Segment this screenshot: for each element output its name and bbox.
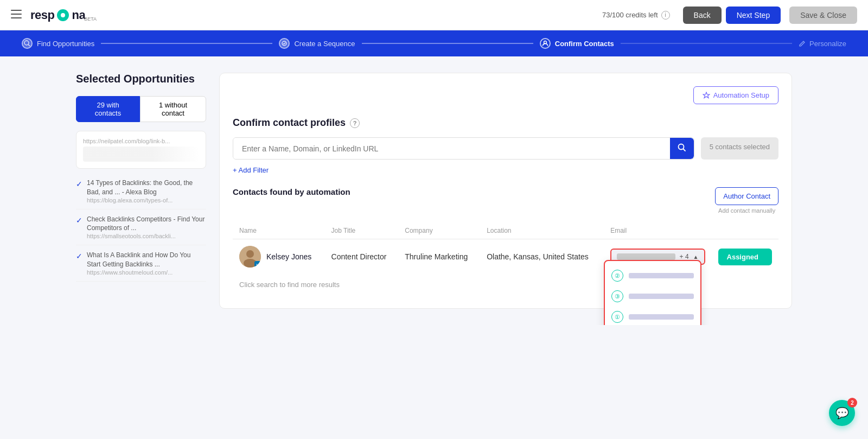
- email-chevron-icon: ▲: [693, 254, 699, 260]
- progress-line-1: [101, 43, 272, 44]
- add-contact-manually-label: Add contact manually: [715, 207, 778, 214]
- add-filter-button[interactable]: + Add Filter: [233, 166, 778, 174]
- next-step-button[interactable]: Next Step: [726, 7, 781, 24]
- sequence-step-label: Create a Sequence: [294, 40, 355, 48]
- right-panel: Automation Setup Confirm contact profile…: [219, 73, 792, 309]
- back-button[interactable]: Back: [683, 7, 722, 24]
- confirm-title-row: Confirm contact profiles ?: [233, 117, 778, 129]
- progress-line-2: [362, 43, 533, 44]
- email-num-3: ①: [611, 311, 623, 323]
- col-email: Email: [604, 222, 711, 239]
- automation-setup-button[interactable]: Automation Setup: [693, 86, 778, 104]
- opp-4-title: What Is A Backlink and How Do You Start …: [87, 251, 206, 269]
- contacts-selected-badge: 5 contacts selected: [701, 137, 778, 160]
- automation-setup-label: Automation Setup: [713, 91, 769, 99]
- contacts-step-icon: [540, 38, 551, 49]
- contacts-section-header: Contacts found by automation Author Cont…: [233, 187, 778, 214]
- tab-without-contact[interactable]: 1 without contact: [140, 96, 206, 122]
- col-action: [712, 222, 778, 239]
- save-close-button[interactable]: Save & Close: [789, 7, 857, 24]
- search-input-group: [233, 137, 694, 160]
- svg-line-8: [683, 149, 685, 151]
- email-dropdown-item-1[interactable]: ②: [605, 265, 700, 286]
- opp-check-3: ✓: [76, 216, 82, 225]
- progress-step-find: Find Opportunities: [22, 38, 94, 49]
- author-contact-button[interactable]: Author Contact: [715, 187, 778, 205]
- credits-info-icon[interactable]: i: [661, 11, 670, 20]
- email-blur: [617, 253, 675, 260]
- progress-line-3: [621, 43, 792, 44]
- opp-card-url: https://neilpatel.com/blog/link-b...: [83, 138, 199, 144]
- svg-rect-2: [11, 17, 22, 18]
- email-item-blur-3: [629, 314, 694, 320]
- contact-company-cell: Thruline Marketing: [398, 239, 480, 275]
- tab-with-contacts[interactable]: 29 with contacts: [76, 96, 140, 122]
- tab-group: 29 with contacts 1 without contact: [76, 96, 206, 122]
- opp-item-2-text: 14 Types of Backlinks: the Good, the Bad…: [87, 179, 206, 203]
- contact-name-cell: in Kelsey Jones: [233, 239, 325, 275]
- contacts-step-label: Confirm Contacts: [555, 40, 614, 48]
- credits-info: 73/100 credits left i: [602, 11, 670, 20]
- progress-step-contacts: Confirm Contacts: [540, 38, 614, 49]
- menu-icon[interactable]: [11, 10, 22, 20]
- opp-card-blurred: https://neilpatel.com/blog/link-b...: [76, 131, 206, 169]
- linkedin-badge: in: [254, 261, 261, 268]
- col-name: Name: [233, 222, 325, 239]
- help-icon[interactable]: ?: [350, 118, 360, 128]
- col-job: Job Title: [325, 222, 399, 239]
- email-count: + 4: [680, 253, 689, 260]
- col-company: Company: [398, 222, 480, 239]
- opp-3-title: Check Backlinks Competitors - Find Your …: [87, 215, 206, 233]
- contacts-table: Name Job Title Company Location Email: [233, 222, 778, 295]
- opp-2-url: https://blog.alexa.com/types-of...: [87, 197, 206, 203]
- opp-3-url: https://smallseotools.com/backli...: [87, 233, 206, 239]
- contact-avatar: in: [239, 246, 261, 268]
- selected-opps-title: Selected Opportunities: [76, 73, 206, 85]
- opp-item-3[interactable]: ✓ Check Backlinks Competitors - Find You…: [76, 209, 206, 246]
- search-button[interactable]: [670, 138, 694, 159]
- logo: resp na BETA: [30, 8, 97, 22]
- email-num-2: ③: [611, 290, 623, 302]
- search-row: 5 contacts selected: [233, 137, 778, 160]
- email-dropdown: ② ③ ① ④: [604, 260, 701, 325]
- opp-item-4-text: What Is A Backlink and How Do You Start …: [87, 251, 206, 276]
- progress-step-personalize: Personalize: [799, 40, 846, 48]
- credits-text: 73/100 credits left: [602, 11, 658, 19]
- confirm-title-text: Confirm contact profiles: [233, 117, 346, 129]
- app-header: resp na BETA 73/100 credits left i Back …: [0, 0, 868, 30]
- opp-item-4[interactable]: ✓ What Is A Backlink and How Do You Star…: [76, 245, 206, 282]
- assigned-badge: Assigned: [718, 249, 772, 265]
- opp-check-2: ✓: [76, 180, 82, 188]
- progress-step-sequence: Create a Sequence: [279, 38, 355, 49]
- opp-card-blur: [83, 147, 199, 162]
- col-location: Location: [480, 222, 604, 239]
- svg-point-10: [246, 250, 254, 258]
- left-panel: Selected Opportunities 29 with contacts …: [76, 73, 206, 309]
- contact-location-cell: Olathe, Kansas, United States: [480, 239, 604, 275]
- progress-bar: Find Opportunities Create a Sequence Con…: [0, 30, 868, 56]
- main-content: Selected Opportunities 29 with contacts …: [54, 56, 814, 325]
- opp-item-3-text: Check Backlinks Competitors - Find Your …: [87, 215, 206, 240]
- personalize-step-label: Personalize: [809, 40, 846, 48]
- contact-email-cell: + 4 ▲ ② ③: [604, 239, 711, 275]
- email-item-blur-1: [629, 273, 694, 278]
- opp-item-2[interactable]: ✓ 14 Types of Backlinks: the Good, the B…: [76, 173, 206, 209]
- svg-rect-0: [11, 10, 22, 11]
- email-num-1: ②: [611, 270, 623, 282]
- find-step-label: Find Opportunities: [37, 40, 94, 48]
- svg-rect-1: [11, 14, 22, 15]
- contact-name-text: Kelsey Jones: [266, 252, 311, 261]
- opp-2-title: 14 Types of Backlinks: the Good, the Bad…: [87, 179, 206, 197]
- email-dropdown-item-3[interactable]: ①: [605, 307, 700, 325]
- table-row: in Kelsey Jones Content Director Thrulin…: [233, 239, 778, 275]
- svg-point-3: [24, 41, 29, 45]
- author-contact-group: Author Contact Add contact manually: [715, 187, 778, 214]
- beta-badge: BETA: [84, 16, 97, 22]
- opp-4-url: https://www.shoutmeloud.com/...: [87, 269, 206, 276]
- contact-job-cell: Content Director: [325, 239, 399, 275]
- contact-search-input[interactable]: [233, 138, 670, 159]
- page-header-row: Automation Setup: [233, 86, 778, 104]
- table-header-row: Name Job Title Company Location Email: [233, 222, 778, 239]
- email-dropdown-item-2[interactable]: ③: [605, 286, 700, 307]
- opp-check-4: ✓: [76, 252, 82, 260]
